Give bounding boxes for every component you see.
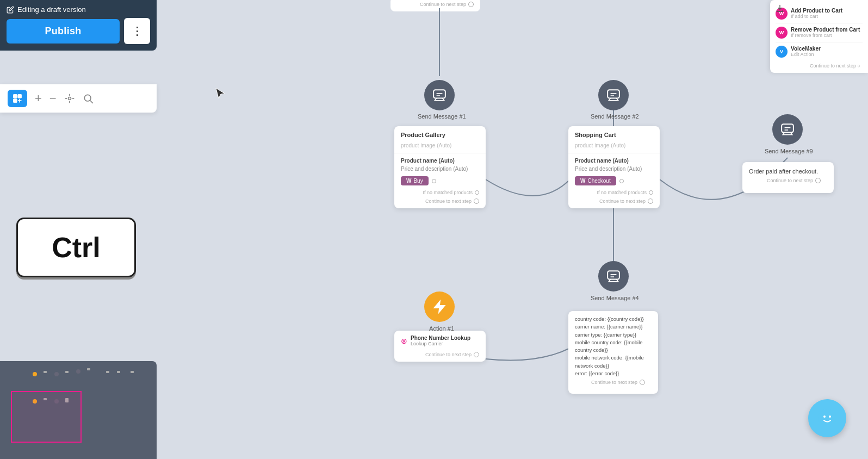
search-tool-icon[interactable] bbox=[83, 93, 94, 104]
message-icon-4 bbox=[606, 269, 621, 283]
action-1-label: Action #1 bbox=[420, 325, 463, 332]
message-footer: Continue to next step bbox=[575, 377, 652, 389]
action-icon bbox=[432, 300, 447, 314]
phone-lookup-title: Phone Number Lookup bbox=[411, 335, 470, 341]
draft-text: Editing a draft version bbox=[17, 5, 86, 14]
remove-cart-label: Remove Product from Cart bbox=[791, 27, 860, 33]
buy-btn-row[interactable]: W Buy bbox=[394, 173, 486, 189]
phone-lookup-sub: Lookup Carrier bbox=[411, 341, 470, 346]
send-message-1-node[interactable] bbox=[424, 80, 455, 110]
mini-node-3 bbox=[76, 369, 80, 374]
product-footer: Continue to next step bbox=[394, 196, 486, 208]
message-content-card[interactable]: country code: {{country code}} carrier n… bbox=[568, 311, 658, 394]
more-button[interactable]: ⋮ bbox=[124, 18, 150, 44]
connectors-svg bbox=[157, 0, 868, 459]
mini-card-2 bbox=[65, 371, 69, 373]
send-message-9-label: Send Message #9 bbox=[765, 148, 808, 154]
flow-canvas: Continue to next step Send Message #1 Se… bbox=[157, 0, 868, 459]
top-card-footer: Continue to next step bbox=[420, 2, 466, 7]
right-panel-item-1: W Add Product to Cart If add to cart bbox=[776, 4, 863, 23]
svg-rect-14 bbox=[18, 95, 22, 98]
ctrl-key-display: Ctrl bbox=[16, 218, 136, 277]
top-card-dot bbox=[468, 2, 474, 7]
product-gallery-img: product image (Auto) bbox=[394, 141, 486, 150]
order-footer-label: Continue to next step bbox=[767, 178, 813, 183]
toolbar-row: Publish ⋮ bbox=[7, 18, 150, 44]
zoom-out-icon[interactable]: − bbox=[49, 91, 57, 106]
svg-rect-6 bbox=[782, 124, 793, 132]
divider-1 bbox=[394, 153, 486, 153]
mini-node-orange bbox=[33, 372, 37, 376]
svg-rect-13 bbox=[14, 95, 17, 98]
product-footer-dot bbox=[474, 199, 479, 204]
mini-card-6 bbox=[131, 371, 134, 373]
send-message-2-node[interactable] bbox=[598, 80, 629, 110]
top-panel: Editing a draft version Publish ⋮ bbox=[0, 0, 157, 51]
buy-label: Buy bbox=[413, 178, 423, 184]
product-gallery-card[interactable]: Product Gallery product image (Auto) Pro… bbox=[394, 126, 486, 208]
right-panel-item-3: V VoiceMaker Edit Action bbox=[776, 42, 863, 61]
search-icon bbox=[83, 93, 94, 104]
order-footer: Continue to next step bbox=[749, 176, 827, 188]
add-block-icon[interactable] bbox=[8, 90, 27, 107]
svg-rect-15 bbox=[14, 99, 17, 103]
send-message-9-node[interactable] bbox=[772, 114, 803, 145]
order-footer-dot bbox=[815, 178, 821, 183]
order-paid-content: Order paid after checkout. bbox=[749, 168, 827, 176]
no-match-label-2: If no matched products bbox=[597, 190, 647, 195]
send-message-1-label: Send Message #1 bbox=[418, 113, 461, 120]
no-match-row-2: If no matched products bbox=[568, 189, 660, 196]
zoom-in-icon[interactable]: + bbox=[35, 91, 42, 106]
checkout-port bbox=[619, 179, 624, 183]
remove-cart-icon: W bbox=[776, 27, 788, 39]
action-1-node[interactable] bbox=[424, 291, 455, 322]
no-match-row-1: If no matched products bbox=[394, 189, 486, 196]
svg-marker-9 bbox=[434, 301, 445, 313]
mini-map-highlight bbox=[11, 391, 82, 443]
product-name-row: Product name (Auto) bbox=[394, 157, 486, 165]
edit-icon bbox=[7, 6, 14, 14]
message-icon-9 bbox=[780, 122, 795, 137]
mini-card-3 bbox=[87, 368, 90, 370]
phone-footer-label: Continue to next step bbox=[425, 352, 472, 357]
shopping-cart-card[interactable]: Shopping Cart product image (Auto) Produ… bbox=[568, 126, 660, 208]
mini-card-1 bbox=[44, 371, 47, 373]
product-footer-label: Continue to next step bbox=[425, 199, 472, 204]
message-footer-dot bbox=[640, 380, 645, 385]
shopping-footer-dot bbox=[648, 199, 653, 204]
order-paid-card[interactable]: Order paid after checkout. Continue to n… bbox=[742, 162, 834, 193]
send-message-4-node[interactable] bbox=[598, 261, 629, 291]
voicemaker-sub: Edit Action bbox=[791, 52, 821, 57]
ctrl-key-label: Ctrl bbox=[52, 231, 101, 264]
chat-bubble-button[interactable] bbox=[808, 399, 846, 437]
download-icon bbox=[776, 4, 784, 13]
product-desc-row: Price and description (Auto) bbox=[394, 165, 486, 173]
tool-bar: + − bbox=[0, 84, 157, 113]
checkout-button[interactable]: W Checkout bbox=[575, 176, 616, 185]
buy-button[interactable]: W Buy bbox=[401, 176, 429, 185]
no-match-dot-1 bbox=[475, 190, 479, 195]
shopping-footer-label: Continue to next step bbox=[599, 199, 646, 204]
publish-button[interactable]: Publish bbox=[7, 19, 120, 44]
message-footer-label: Continue to next step bbox=[591, 380, 637, 385]
phone-lookup-row: ⊗ Phone Number Lookup Lookup Carrier bbox=[394, 331, 486, 350]
svg-point-26 bbox=[823, 415, 826, 418]
mini-card-5 bbox=[117, 371, 120, 373]
message-icon bbox=[432, 88, 447, 102]
svg-rect-3 bbox=[607, 90, 619, 98]
checkout-btn-row[interactable]: W Checkout bbox=[568, 173, 660, 189]
add-cart-label: Add Product to Cart bbox=[791, 8, 842, 14]
fit-icon[interactable] bbox=[64, 93, 75, 104]
product-gallery-title: Product Gallery bbox=[394, 126, 486, 141]
no-match-label-1: If no matched products bbox=[423, 190, 473, 195]
block-icon bbox=[12, 93, 23, 104]
right-panel-item-2: W Remove Product from Cart If remove fro… bbox=[776, 23, 863, 42]
btn-port bbox=[432, 179, 436, 183]
shopping-name: Product name (Auto) bbox=[568, 157, 660, 165]
no-match-dot-2 bbox=[649, 190, 653, 195]
divider-2 bbox=[568, 153, 660, 153]
phone-lookup-card[interactable]: ⊗ Phone Number Lookup Lookup Carrier Con… bbox=[394, 331, 486, 362]
svg-point-27 bbox=[829, 415, 831, 418]
svg-point-25 bbox=[818, 409, 836, 427]
woo-icon-2: W bbox=[580, 178, 585, 184]
